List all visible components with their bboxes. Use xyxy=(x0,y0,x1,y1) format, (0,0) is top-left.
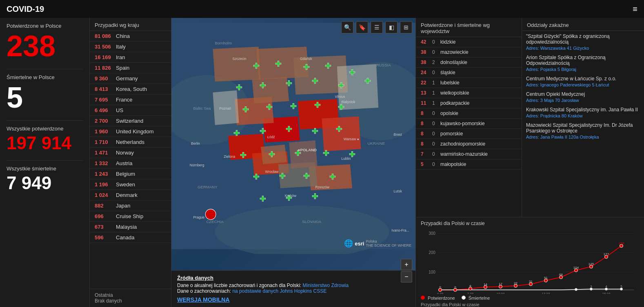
grid-tool-btn[interactable]: ⊞ xyxy=(400,21,412,33)
list-item[interactable]: 240śląskie xyxy=(416,68,522,78)
svg-text:✚: ✚ xyxy=(260,81,266,90)
hospitals-list[interactable]: "Szpital Giżycki" Spółka z ograniczoną o… xyxy=(522,31,644,217)
svg-text:Bornholm: Bornholm xyxy=(215,41,232,45)
svg-point-37 xyxy=(205,209,216,220)
list-item[interactable]: 50małopolskie xyxy=(416,159,522,170)
svg-text:✚: ✚ xyxy=(233,129,240,138)
list-item[interactable]: 696Cruise Ship xyxy=(90,211,171,222)
svg-text:✚: ✚ xyxy=(286,125,292,133)
hospital-address[interactable]: Adres: 3 Maja 70 Jarosław xyxy=(526,98,640,103)
prov-confirmed: 7 xyxy=(421,151,432,157)
hospital-name: Arion Szpitale Spółka z Ograniczoną Odpo… xyxy=(526,55,640,66)
list-item[interactable]: 382dolnośląskie xyxy=(416,57,522,68)
prov-confirmed: 8 xyxy=(421,131,432,137)
hospital-address[interactable]: Adres: Ignacego Paderewskiego 5 Łańcut xyxy=(526,82,640,87)
list-item[interactable]: 1 024Denmark xyxy=(90,190,171,201)
menu-icon[interactable]: ≡ xyxy=(633,4,637,14)
country-name: France xyxy=(116,97,132,103)
country-panel-footer: Ostatnia Brak danych xyxy=(90,289,171,307)
list-item[interactable]: 16 169Iran xyxy=(90,52,171,63)
list-item[interactable]: 6 496US xyxy=(90,105,171,116)
hospital-address[interactable]: Adres: Pojaska 5 Biłgoraj xyxy=(526,67,640,72)
list-item: Centrum Medyczne w Łańcucie Sp. z o.o.Ad… xyxy=(526,76,640,87)
johns-hopkins-link[interactable]: na podstawie danych Johns Hopkins CSSE xyxy=(232,288,326,294)
list-item[interactable]: 1 471Norway xyxy=(90,148,171,158)
province-list[interactable]: 420łódzkie380mazowieckie382dolnośląskie2… xyxy=(416,37,522,217)
ministerstwo-link[interactable]: Ministerstwo Zdrowia xyxy=(303,283,349,288)
list-item[interactable]: 221lubelskie xyxy=(416,78,522,88)
list-item[interactable]: 131wielkopolskie xyxy=(416,88,522,98)
all-confirmed-value: 197 914 xyxy=(7,134,83,152)
confirmed-poland-label: Potwierdzone w Polsce xyxy=(7,23,83,29)
list-item[interactable]: 7 695France xyxy=(90,95,171,105)
svg-text:✚: ✚ xyxy=(242,105,249,114)
layers-tool-btn[interactable]: ◧ xyxy=(385,21,398,33)
svg-text:Vilnius: Vilnius xyxy=(335,95,345,99)
list-item[interactable]: 1 243Belgium xyxy=(90,169,171,179)
left-panel: Potwierdzone w Polsce 238 Śmiertelne w P… xyxy=(0,18,90,307)
list-item[interactable]: 80kujawsko-pomorskie xyxy=(416,119,522,129)
list-item[interactable]: 380mazowieckie xyxy=(416,47,522,57)
list-item[interactable]: 80zachodniopomorskie xyxy=(416,139,522,149)
list-item[interactable]: 80opolskie xyxy=(416,108,522,119)
list-item[interactable]: 2 700Switzerland xyxy=(90,116,171,126)
prov-name: mazowieckie xyxy=(440,49,517,55)
esri-brand-text: esri xyxy=(355,241,364,247)
list-item[interactable]: 31 506Italy xyxy=(90,42,171,52)
country-count: 882 xyxy=(95,203,116,209)
list-item[interactable]: 8 413Korea, South xyxy=(90,84,171,95)
map-zoom-controls: + − xyxy=(401,259,412,283)
bookmark-tool-btn[interactable]: 🔖 xyxy=(356,21,368,33)
list-item[interactable]: 420łódzkie xyxy=(416,37,522,47)
svg-text:✚: ✚ xyxy=(253,62,260,70)
list-item[interactable]: 673Malaysia xyxy=(90,222,171,232)
svg-text:14: 14 xyxy=(484,283,487,286)
svg-text:✚: ✚ xyxy=(336,125,342,133)
country-list[interactable]: 81 086China31 506Italy16 169Iran11 826Sp… xyxy=(90,31,171,289)
prov-deaths: 0 xyxy=(432,161,440,167)
legend-deaths: Śmiertelne xyxy=(462,296,490,300)
mobile-version-link[interactable]: WERSJA MOBILNA xyxy=(177,296,410,303)
list-item[interactable]: 1 710Netherlands xyxy=(90,137,171,148)
svg-text:✚: ✚ xyxy=(279,172,286,180)
svg-text:4: 4 xyxy=(605,285,607,288)
country-name: Korea, South xyxy=(116,86,147,92)
zoom-out-btn[interactable]: − xyxy=(401,271,412,283)
hospital-address[interactable]: Adres: Prądnicka 80 Kraków xyxy=(526,113,640,118)
list-item[interactable]: 81 086China xyxy=(90,31,171,42)
list-item[interactable]: 882Japan xyxy=(90,201,171,211)
svg-text:✚: ✚ xyxy=(286,79,292,88)
svg-text:238: 238 xyxy=(619,241,624,245)
svg-text:Lutsk: Lutsk xyxy=(394,189,402,193)
hospital-address[interactable]: Adres: Warszawska 41 Giżycko xyxy=(526,46,640,51)
list-item[interactable]: 596Canada xyxy=(90,232,171,243)
list-item[interactable]: 1 332Austria xyxy=(90,158,171,169)
confirmed-poland-value: 238 xyxy=(7,31,83,61)
list-item[interactable]: 1 196Sweden xyxy=(90,179,171,190)
prov-confirmed: 38 xyxy=(421,49,432,55)
svg-text:Warsaw ●: Warsaw ● xyxy=(344,137,359,141)
country-name: United Kingdom xyxy=(116,128,154,135)
list-item[interactable]: 70warmińsko-mazurskie xyxy=(416,149,522,159)
chart-footer-title: Przypadki dla Polski w czasie xyxy=(421,302,639,307)
svg-text:Rzeszów: Rzeszów xyxy=(315,185,329,189)
prov-deaths: 0 xyxy=(432,151,440,157)
hospital-address[interactable]: Adres: Jana Pawła II 120a Ostrołęka xyxy=(526,135,640,139)
country-panel: Przypadki wg kraju 81 086China31 506Ital… xyxy=(90,18,171,307)
list-tool-btn[interactable]: ☰ xyxy=(371,21,383,33)
search-tool-btn[interactable]: 🔍 xyxy=(341,21,353,33)
zoom-in-btn[interactable]: + xyxy=(401,259,412,270)
map-area[interactable]: ✚ ✚ ✚ ✚ ✚ ✚ ✚ ✚ ✚ ✚ ✚ ✚ ✚ ✚ ✚ ✚ ✚ xyxy=(171,18,415,307)
svg-text:✚: ✚ xyxy=(323,149,329,157)
list-item[interactable]: 1 960United Kingdom xyxy=(90,126,171,137)
all-deaths-value: 7 949 xyxy=(7,174,83,192)
svg-text:3: 3 xyxy=(590,285,592,288)
list-item[interactable]: 111podkarpackie xyxy=(416,98,522,108)
svg-text:✚: ✚ xyxy=(253,172,260,181)
svg-text:68: 68 xyxy=(559,273,563,276)
cases-chart-svg: 300 200 100 xyxy=(421,229,639,294)
list-item[interactable]: 11 826Spain xyxy=(90,63,171,73)
list-item[interactable]: 80pomorskie xyxy=(416,129,522,139)
list-item[interactable]: 9 360Germany xyxy=(90,73,171,84)
country-name: Cruise Ship xyxy=(116,213,143,219)
